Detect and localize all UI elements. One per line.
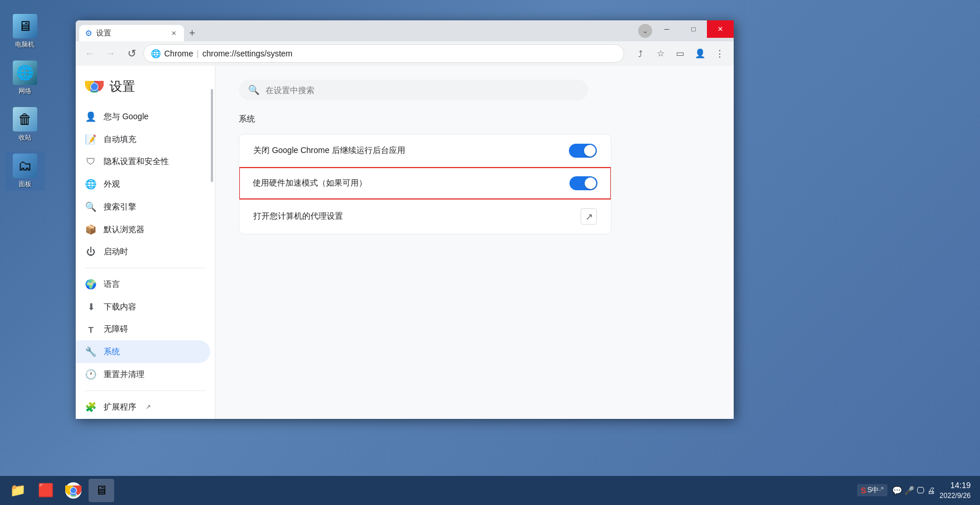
hardware-accel-toggle[interactable] xyxy=(569,176,597,190)
tab-close-button[interactable]: ✕ xyxy=(169,29,178,38)
sidebar-divider-1 xyxy=(85,268,206,268)
settings-search: 🔍 xyxy=(239,80,710,100)
desktop-icon-recycle[interactable]: 🗑 收站 xyxy=(5,105,45,144)
background-apps-toggle[interactable] xyxy=(569,144,597,158)
taskbar-btn-chrome[interactable] xyxy=(61,479,86,502)
window-controls: ─ □ ✕ xyxy=(653,20,734,38)
settings-header: 设置 xyxy=(76,73,215,105)
sidebar-item-system[interactable]: 🔧 系统 xyxy=(76,340,210,363)
settings-main: 🔍 系统 关闭 Google Chrome 后继续运行后台应用 xyxy=(215,66,734,419)
sidebar-label-search: 搜索引擎 xyxy=(104,202,136,212)
sidebar-item-startup[interactable]: ⏻ 启动时 xyxy=(76,241,210,263)
sidebar-item-default-browser[interactable]: 📦 默认浏览器 xyxy=(76,218,210,241)
main-content-area: 设置 👤 您与 Google 📝 自动填充 🛡 隐私设置和安全性 🌐 外观 🔍 xyxy=(76,66,734,419)
tab-chevron[interactable]: ⌄ xyxy=(638,24,652,38)
privacy-icon: 🛡 xyxy=(85,157,97,167)
minimize-button[interactable]: ─ xyxy=(653,20,680,38)
sidebar-item-download[interactable]: ⬇ 下载内容 xyxy=(76,296,210,318)
share-icon[interactable]: ⤴ xyxy=(631,44,650,63)
chrome-logo xyxy=(85,77,104,96)
sidebar-item-language[interactable]: 🌍 语言 xyxy=(76,273,210,296)
sidebar-label-startup: 启动时 xyxy=(104,247,128,257)
sidebar-item-search[interactable]: 🔍 搜索引擎 xyxy=(76,195,210,218)
extensions-external-icon: ↗ xyxy=(146,403,151,411)
sidebar-item-reset[interactable]: 🕐 重置并清理 xyxy=(76,363,210,386)
search-engine-icon: 🔍 xyxy=(85,201,97,212)
settings-row-hardware-accel: 使用硬件加速模式（如果可用） xyxy=(239,167,611,200)
taskbar: 📁 🟥 🖥 S S中·° 💬 🎤 🖵 🖨 xyxy=(0,476,980,505)
sidebar-scrollbar[interactable] xyxy=(210,66,214,419)
cast-icon[interactable]: ▭ xyxy=(671,44,689,63)
default-browser-icon: 📦 xyxy=(85,224,97,235)
address-separator: | xyxy=(197,49,199,58)
system-icon: 🔧 xyxy=(85,346,97,357)
address-globe-icon: 🌐 xyxy=(151,49,161,58)
sidebar-item-about[interactable]: ⊙ 关于 Chrome xyxy=(76,418,210,419)
google-icon: 👤 xyxy=(85,111,97,122)
sidebar-label-language: 语言 xyxy=(104,279,120,290)
sidebar-item-google[interactable]: 👤 您与 Google xyxy=(76,105,210,128)
back-button[interactable]: ← xyxy=(80,44,99,63)
desktop-icon-pc[interactable]: 🖥 电脑机 xyxy=(5,12,45,51)
taskbar-btn-files[interactable]: 📁 xyxy=(5,479,30,502)
profile-icon[interactable]: 👤 xyxy=(691,44,709,63)
settings-card: 关闭 Google Chrome 后继续运行后台应用 使用硬件加速模式（如果可用… xyxy=(239,134,611,234)
sidebar-item-accessibility[interactable]: T 无障碍 xyxy=(76,318,210,340)
tab-title: 设置 xyxy=(96,28,111,38)
settings-tab[interactable]: ⚙ 设置 ✕ xyxy=(79,25,184,41)
browser-window: ⚙ 设置 ✕ + ─ □ ✕ ⌄ ← → ↺ 🌐 Chrome | chrome… xyxy=(76,20,734,419)
sidebar-label-reset: 重置并清理 xyxy=(104,369,144,380)
language-icon: 🌍 xyxy=(85,279,97,290)
settings-row-proxy: 打开您计算机的代理设置 ↗ xyxy=(239,199,611,234)
autofill-icon: 📝 xyxy=(85,134,97,145)
menu-icon[interactable]: ⋮ xyxy=(710,44,729,63)
proxy-external-link[interactable]: ↗ xyxy=(581,208,597,225)
section-title: 系统 xyxy=(239,114,710,125)
address-url: chrome://settings/system xyxy=(202,49,617,58)
sidebar-divider-2 xyxy=(85,390,206,391)
download-icon: ⬇ xyxy=(85,301,97,312)
reload-button[interactable]: ↺ xyxy=(122,44,141,63)
forward-button[interactable]: → xyxy=(101,44,120,63)
address-bar[interactable]: 🌐 Chrome | chrome://settings/system xyxy=(143,44,624,63)
maximize-button[interactable]: □ xyxy=(680,20,707,38)
taskbar-sys-icons: 💬 🎤 🖵 🖨 xyxy=(892,486,935,495)
taskbar-time[interactable]: 14:19 2022/9/26 xyxy=(940,480,971,501)
desktop-icon-network[interactable]: 🌐 网络 xyxy=(5,58,45,98)
sidebar-item-appearance[interactable]: 🌐 外观 xyxy=(76,173,210,195)
settings-row-background-apps: 关闭 Google Chrome 后继续运行后台应用 xyxy=(239,134,611,168)
sidebar-label-default-browser: 默认浏览器 xyxy=(104,225,144,235)
desktop-icon-controlpanel[interactable]: 🗂 面板 xyxy=(5,151,45,191)
reset-icon: 🕐 xyxy=(85,369,97,380)
sidebar-label-extensions: 扩展程序 xyxy=(104,402,136,412)
close-button[interactable]: ✕ xyxy=(707,20,734,38)
settings-search-input[interactable] xyxy=(266,86,579,95)
appearance-icon: 🌐 xyxy=(85,179,97,190)
proxy-label: 打开您计算机的代理设置 xyxy=(253,211,581,222)
sidebar-label-autofill: 自动填充 xyxy=(104,134,136,145)
sidebar-label-download: 下载内容 xyxy=(104,302,136,312)
bookmark-icon[interactable]: ☆ xyxy=(651,44,670,63)
search-input-wrapper[interactable]: 🔍 xyxy=(239,80,588,100)
sidebar-label-privacy: 隐私设置和安全性 xyxy=(104,157,169,167)
tab-gear-icon: ⚙ xyxy=(85,29,93,38)
sidebar-label-accessibility: 无障碍 xyxy=(104,324,128,335)
sidebar: 设置 👤 您与 Google 📝 自动填充 🛡 隐私设置和安全性 🌐 外观 🔍 xyxy=(76,66,215,419)
svg-point-7 xyxy=(70,488,76,493)
accessibility-icon: T xyxy=(85,325,97,335)
taskbar-btn-player[interactable]: 🟥 xyxy=(33,479,58,502)
hardware-accel-label: 使用硬件加速模式（如果可用） xyxy=(253,178,569,189)
sidebar-label-system: 系统 xyxy=(104,347,120,357)
sidebar-item-privacy[interactable]: 🛡 隐私设置和安全性 xyxy=(76,151,210,173)
desktop-icons: 🖥 电脑机 🌐 网络 🗑 收站 🗂 面板 xyxy=(3,12,47,191)
settings-title: 设置 xyxy=(109,78,135,95)
taskbar-btn-settings-app[interactable]: 🖥 xyxy=(89,479,114,502)
sidebar-item-extensions[interactable]: 🧩 扩展程序 ↗ xyxy=(76,396,210,418)
new-tab-button[interactable]: + xyxy=(184,25,200,41)
title-bar: ⚙ 设置 ✕ + ─ □ ✕ ⌄ xyxy=(76,20,734,41)
sidebar-label-google: 您与 Google xyxy=(104,112,148,122)
ime-indicator[interactable]: S S中·° xyxy=(857,484,887,496)
nav-bar: ← → ↺ 🌐 Chrome | chrome://settings/syste… xyxy=(76,41,734,66)
sidebar-item-autofill[interactable]: 📝 自动填充 xyxy=(76,128,210,151)
extensions-icon: 🧩 xyxy=(85,401,97,412)
